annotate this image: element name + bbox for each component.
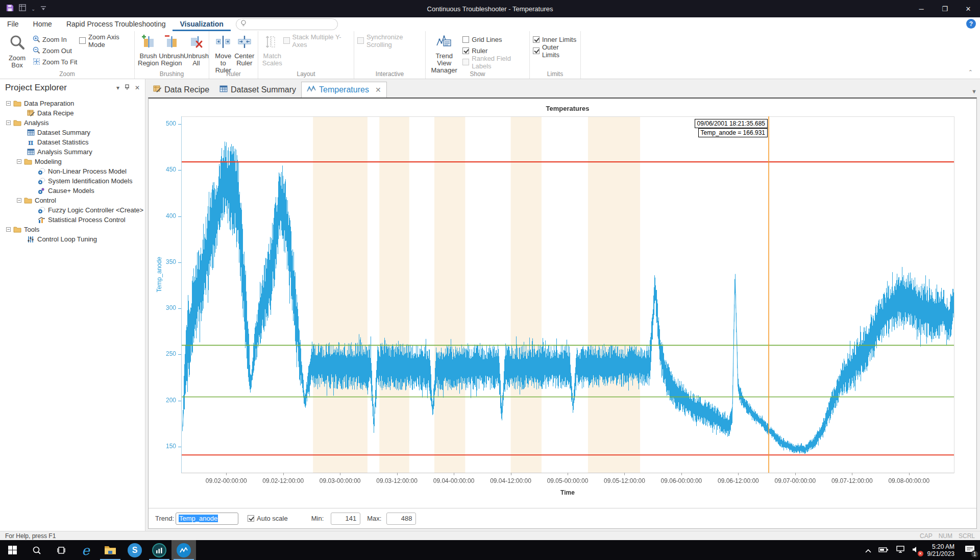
center-ruler-button[interactable]: Center Ruler: [234, 33, 255, 67]
save-icon[interactable]: [6, 4, 14, 14]
tree-item-analysis[interactable]: − Analysis: [0, 118, 145, 128]
doc-tab-data-recipe[interactable]: Data Recipe: [148, 82, 214, 98]
min-value-field[interactable]: 141: [331, 513, 360, 525]
zoom-box-label: Zoom Box: [3, 55, 31, 69]
spc-chart-icon: [37, 216, 45, 224]
trend-view-manager-button[interactable]: Trend View Manager: [429, 33, 459, 74]
brush-region-icon: [141, 34, 156, 52]
tab-visualization[interactable]: Visualization: [173, 18, 230, 31]
x-tick: 09.04-00:00:00: [423, 477, 484, 484]
unbrush-all-button[interactable]: Unbrush All: [184, 33, 208, 67]
start-button[interactable]: [0, 540, 24, 560]
trend-name-input[interactable]: Temp_anode: [176, 513, 238, 525]
tree-item-label: Dataset Summary: [37, 129, 90, 136]
doc-tab-dataset-summary[interactable]: Dataset Summary: [214, 82, 301, 98]
troubleshooter-app-icon[interactable]: [172, 540, 196, 560]
tray-expand-icon[interactable]: [865, 546, 871, 555]
volume-muted-icon[interactable]: ✕: [912, 546, 920, 555]
tab-close-icon[interactable]: ✕: [375, 86, 381, 94]
collapse-icon[interactable]: −: [6, 120, 11, 125]
auto-scale-checkbox[interactable]: Auto scale: [248, 514, 288, 523]
brush-region-button[interactable]: Brush Region: [138, 33, 159, 67]
outer-limits-checkbox[interactable]: Outer Limits: [533, 46, 577, 56]
internet-explorer-icon[interactable]: e: [74, 540, 98, 560]
unbrush-region-button[interactable]: Unbrush Region: [159, 33, 184, 67]
tree-item-system-identification-models[interactable]: System Identification Models: [0, 176, 145, 186]
panel-close-icon[interactable]: ✕: [135, 84, 140, 91]
task-view-button[interactable]: [49, 540, 74, 560]
zoom-box-button[interactable]: Zoom Box: [3, 33, 31, 69]
datasheet-icon[interactable]: [19, 4, 26, 13]
network-icon[interactable]: [896, 546, 905, 555]
max-value-field[interactable]: 488: [386, 513, 416, 525]
search-input[interactable]: [236, 18, 338, 30]
grid-lines-label: Grid Lines: [472, 36, 502, 43]
zoom-out-button[interactable]: Zoom Out: [31, 46, 79, 56]
tab-list-dropdown-icon[interactable]: ▼: [971, 88, 977, 98]
tree-item-data-preparation[interactable]: − Data Preparation: [0, 99, 145, 108]
battery-icon[interactable]: [878, 546, 889, 555]
stack-multiple-y-axes-checkbox: Stack Multiple Y-Axes: [283, 36, 351, 45]
tree-item-tools[interactable]: − Tools: [0, 225, 145, 234]
skype-icon[interactable]: S: [122, 540, 147, 560]
folder-icon: [13, 226, 21, 234]
zoom-in-button[interactable]: Zoom In: [31, 35, 79, 44]
chevron-down-icon[interactable]: ⌄: [31, 6, 35, 12]
tree-item-control-loop-tuning[interactable]: Control Loop Tuning: [0, 234, 145, 244]
ribbon-group-zoom: Zoom Box Zoom In Zoom Out Zoom To Fit Zo…: [0, 31, 135, 79]
trend-field-label: Trend:: [155, 515, 174, 522]
tree-item-cause-models[interactable]: Cause+ Models: [0, 186, 145, 196]
max-value: 488: [401, 515, 412, 522]
maximize-button[interactable]: ❐: [933, 0, 957, 17]
y-tick: 150: [149, 443, 176, 450]
zoom-axis-mode-checkbox[interactable]: Zoom Axis Mode: [79, 36, 131, 45]
zoom-to-fit-button[interactable]: Zoom To Fit: [31, 57, 79, 67]
x-tick: 09.03-00:00:00: [309, 477, 371, 484]
move-to-ruler-button[interactable]: Move to Ruler: [212, 33, 234, 74]
group-label-brushing: Brushing: [135, 70, 209, 78]
tab-rapid-process-troubleshooting[interactable]: Rapid Process Troubleshooting: [59, 18, 173, 31]
taskbar-search-button[interactable]: [24, 540, 49, 560]
inner-limits-label: Inner Limits: [542, 36, 576, 43]
folder-icon: [13, 100, 21, 108]
trend-plot-canvas[interactable]: [149, 99, 977, 507]
pin-icon[interactable]: [125, 84, 130, 92]
tree-item-dataset-summary[interactable]: Dataset Summary: [0, 128, 145, 137]
collapse-icon[interactable]: −: [6, 227, 11, 232]
customize-icon[interactable]: [40, 4, 46, 13]
folder-icon: [13, 119, 21, 127]
tree-item-statistical-process-control[interactable]: Statistical Process Control: [0, 215, 145, 225]
taskbar-clock[interactable]: 5:20 AM 9/21/2023: [927, 543, 954, 557]
tree-item-control[interactable]: − Control: [0, 196, 145, 205]
help-icon[interactable]: ?: [966, 19, 976, 29]
tree-item-data-recipe[interactable]: Data Recipe: [0, 108, 145, 118]
tab-file[interactable]: File: [0, 18, 26, 31]
minimize-button[interactable]: ─: [910, 0, 933, 17]
panel-dropdown-icon[interactable]: ▾: [116, 84, 119, 91]
grid-lines-checkbox[interactable]: Grid Lines: [462, 35, 526, 44]
tree-item-modeling[interactable]: − Modeling: [0, 157, 145, 166]
project-explorer-panel: Project Explorer ▾ ✕ − Data Preparation …: [0, 79, 145, 531]
tab-home[interactable]: Home: [26, 18, 59, 31]
collapse-icon[interactable]: −: [17, 198, 21, 203]
notification-center-icon[interactable]: 1: [965, 545, 975, 555]
tree-item-fuzzy-logic-controller[interactable]: Fuzzy Logic Controller <Create>: [0, 205, 145, 215]
close-button[interactable]: ✕: [957, 0, 980, 17]
tree-item-non-linear-process-model[interactable]: Non-Linear Process Model: [0, 166, 145, 176]
center-ruler-icon: [237, 34, 252, 52]
match-scales-button: Match Scales: [261, 33, 283, 67]
trend-name-value: Temp_anode: [179, 515, 218, 522]
file-explorer-icon[interactable]: [98, 540, 122, 560]
y-tick: 200: [149, 397, 176, 404]
clock-date: 9/21/2023: [927, 550, 954, 557]
collapse-icon[interactable]: −: [6, 101, 11, 106]
group-label-show: Show: [426, 70, 529, 78]
group-label-zoom: Zoom: [0, 70, 134, 78]
y-tick: 300: [149, 304, 176, 311]
collapse-ribbon-icon[interactable]: ⌃: [968, 69, 973, 76]
tree-item-dataset-statistics[interactable]: π Dataset Statistics: [0, 137, 145, 147]
collapse-icon[interactable]: −: [17, 159, 21, 164]
doc-tab-temperatures[interactable]: Temperatures ✕: [301, 82, 387, 98]
analytics-app-icon[interactable]: [147, 540, 172, 560]
tree-item-analysis-summary[interactable]: Analysis Summary: [0, 147, 145, 157]
